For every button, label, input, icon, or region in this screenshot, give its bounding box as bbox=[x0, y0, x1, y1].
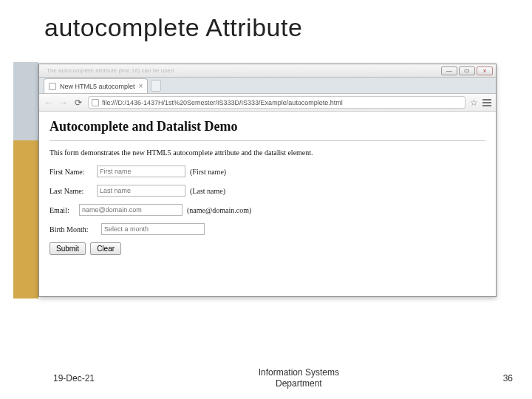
firstname-label: First Name: bbox=[50, 168, 92, 176]
birthmonth-input[interactable] bbox=[101, 223, 205, 235]
browser-tab[interactable]: New HTML5 autocomplet × bbox=[44, 78, 148, 93]
browser-window: The autocomplete attribute (line 18) can… bbox=[38, 64, 497, 297]
slide-footer: 19-Dec-21 Information Systems Department… bbox=[0, 367, 532, 389]
page-description: This form demonstrates the new HTML5 aut… bbox=[50, 149, 485, 157]
email-input[interactable] bbox=[79, 204, 183, 216]
birthmonth-row: Birth Month: bbox=[50, 223, 485, 235]
new-tab-button[interactable] bbox=[151, 80, 161, 92]
tabstrip: New HTML5 autocomplet × bbox=[39, 78, 496, 94]
reload-button[interactable]: ⟳ bbox=[73, 98, 83, 108]
slide-title: autocomplete Attribute bbox=[44, 13, 302, 42]
page-favicon-icon bbox=[49, 83, 56, 90]
bookmark-star-icon[interactable]: ☆ bbox=[470, 98, 478, 108]
window-titlebar: The autocomplete attribute (line 18) can… bbox=[39, 64, 496, 78]
forward-button[interactable]: → bbox=[58, 98, 69, 108]
footer-page-number: 36 bbox=[503, 373, 513, 383]
chrome-menu-icon[interactable] bbox=[482, 99, 491, 106]
firstname-row: First Name: (First name) bbox=[50, 166, 485, 177]
tab-title: New HTML5 autocomplet bbox=[60, 83, 135, 90]
lastname-input[interactable] bbox=[97, 185, 185, 197]
submit-button[interactable]: Submit bbox=[50, 242, 86, 255]
form-buttons: Submit Clear bbox=[50, 242, 485, 255]
url-text: file:///D:/1436-1437H/1st%20Semester/IS3… bbox=[102, 99, 343, 106]
email-hint: (name@domain.com) bbox=[187, 206, 251, 214]
email-label: Email: bbox=[50, 206, 75, 214]
page-content: Autocomplete and Datalist Demo This form… bbox=[39, 112, 496, 262]
file-scheme-icon bbox=[92, 99, 99, 106]
footer-org: Information Systems Department bbox=[95, 367, 503, 389]
email-row: Email: (name@domain.com) bbox=[50, 204, 485, 216]
footer-date: 19-Dec-21 bbox=[53, 373, 95, 383]
footer-org-line1: Information Systems bbox=[259, 367, 339, 378]
address-bar[interactable]: file:///D:/1436-1437H/1st%20Semester/IS3… bbox=[88, 96, 466, 109]
window-maximize-button[interactable]: ▭ bbox=[459, 66, 475, 75]
tab-close-icon[interactable]: × bbox=[139, 82, 143, 90]
browser-toolbar: ← → ⟳ file:///D:/1436-1437H/1st%20Semest… bbox=[39, 94, 496, 112]
lastname-label: Last Name: bbox=[50, 187, 92, 195]
titlebar-background-text: The autocomplete attribute (line 18) can… bbox=[47, 67, 174, 74]
back-button[interactable]: ← bbox=[44, 98, 54, 108]
slide-accent-sidebar bbox=[13, 62, 38, 299]
lastname-hint: (Last name) bbox=[190, 187, 225, 195]
heading-divider bbox=[50, 140, 485, 141]
footer-org-line2: Department bbox=[276, 378, 322, 389]
window-minimize-button[interactable]: — bbox=[441, 66, 457, 75]
page-heading: Autocomplete and Datalist Demo bbox=[50, 119, 485, 134]
firstname-hint: (First name) bbox=[190, 168, 226, 176]
clear-button[interactable]: Clear bbox=[90, 242, 121, 255]
lastname-row: Last Name: (Last name) bbox=[50, 185, 485, 197]
firstname-input[interactable] bbox=[97, 166, 185, 177]
window-close-button[interactable]: x bbox=[477, 66, 493, 75]
birthmonth-label: Birth Month: bbox=[50, 225, 97, 233]
